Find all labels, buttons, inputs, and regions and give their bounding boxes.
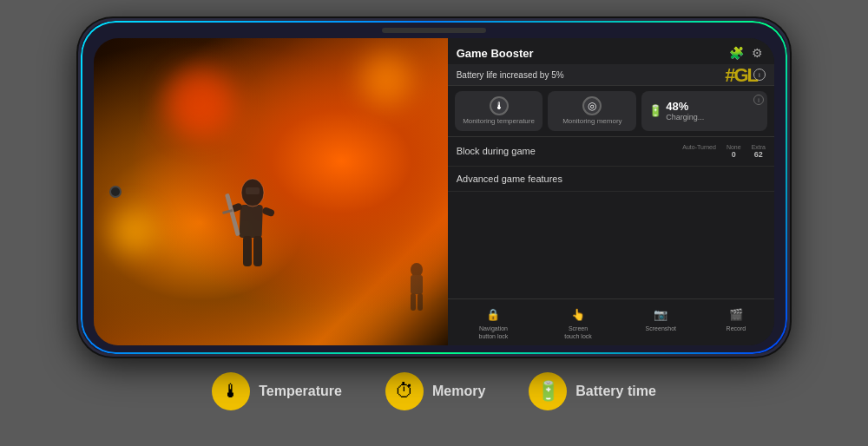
game-booster-panel: #GL Game Booster 🧩 ⚙ Battery life increa… — [448, 38, 774, 345]
touch-lock-btn[interactable]: 👆 Screen touch lock — [561, 305, 595, 340]
temperature-icon: 🌡 — [490, 96, 509, 115]
fire-effect-2 — [360, 54, 412, 106]
game-area — [94, 38, 448, 345]
temperature-feature-icon: 🌡 — [212, 372, 250, 410]
battery-life-text: Battery life increased by 5% — [457, 70, 564, 80]
feature-memory: ⏱ Memory — [385, 372, 485, 410]
svg-rect-13 — [418, 293, 423, 311]
svg-rect-1 — [246, 187, 260, 194]
record-icon: 🎬 — [727, 305, 746, 324]
screenshot-btn[interactable]: 📷 Screenshot — [646, 305, 676, 340]
adv-features-item[interactable]: Advanced game features — [448, 167, 774, 192]
score-col-1: Auto-Turned — [682, 144, 716, 159]
nav-lock-btn[interactable]: 🔒 Navigation button lock — [476, 305, 510, 340]
nav-lock-icon: 🔒 — [483, 305, 503, 324]
nav-lock-label: Navigation button lock — [476, 325, 510, 340]
soldier-2 — [404, 263, 430, 315]
touch-lock-label: Screen touch lock — [561, 325, 595, 340]
temperature-label: Monitoring temperature — [463, 117, 535, 126]
memory-icon: ◎ — [582, 96, 602, 115]
bottom-toolbar: 🔒 Navigation button lock 👆 Screen touch … — [448, 298, 774, 345]
svg-rect-7 — [243, 236, 252, 266]
screenshot-icon: 📷 — [651, 305, 670, 324]
block-during-game-item[interactable]: Block during game Auto-Turned None 0 Ext… — [448, 137, 774, 167]
battery-percent: 48% — [666, 100, 704, 113]
memory-label: Monitoring memory — [562, 117, 621, 126]
record-btn[interactable]: 🎬 Record — [727, 305, 746, 340]
phone-screen: #GL Game Booster 🧩 ⚙ Battery life increa… — [94, 38, 774, 345]
monitoring-memory-btn[interactable]: ◎ Monitoring memory — [548, 91, 636, 131]
svg-rect-8 — [253, 236, 262, 266]
touch-lock-icon: 👆 — [569, 305, 588, 324]
plugin-icon[interactable]: 🧩 — [729, 45, 745, 61]
header-icons: 🧩 ⚙ — [729, 45, 766, 61]
battery-content: 🔋 48% Charging... — [648, 100, 704, 121]
battery-status-info[interactable]: i — [753, 95, 764, 105]
battery-text-group: 48% Charging... — [666, 100, 704, 121]
phone-body: #GL Game Booster 🧩 ⚙ Battery life increa… — [78, 18, 790, 357]
spacer — [448, 192, 774, 299]
bottom-features: 🌡 Temperature ⏱ Memory 🔋 Battery time — [212, 372, 656, 410]
record-label: Record — [727, 325, 746, 332]
phone-top-bar — [382, 28, 486, 33]
booster-header: Game Booster 🧩 ⚙ — [448, 38, 774, 64]
battery-small-icon: 🔋 — [648, 104, 662, 117]
svg-rect-2 — [240, 205, 263, 238]
adv-features-label: Advanced game features — [457, 174, 562, 184]
memory-feature-label: Memory — [432, 384, 485, 399]
monitoring-temperature-btn[interactable]: 🌡 Monitoring temperature — [455, 91, 543, 131]
svg-rect-4 — [262, 207, 276, 217]
score-row: Auto-Turned None 0 Extra 62 — [682, 144, 766, 159]
feature-battery-time: 🔋 Battery time — [529, 372, 655, 410]
fire-effect-3 — [111, 210, 155, 253]
settings-icon[interactable]: ⚙ — [750, 45, 766, 61]
memory-feature-icon: ⏱ — [385, 372, 424, 410]
battery-status: i 🔋 48% Charging... — [641, 91, 767, 131]
fire-effect-1 — [165, 69, 234, 138]
score-col-3: Extra 62 — [752, 144, 766, 159]
monitoring-row: 🌡 Monitoring temperature ◎ Monitoring me… — [448, 86, 774, 137]
battery-time-feature-label: Battery time — [575, 384, 655, 399]
score-col-2: None 0 — [727, 144, 741, 159]
svg-point-10 — [411, 263, 423, 277]
screenshot-label: Screenshot — [646, 325, 676, 332]
battery-time-feature-icon: 🔋 — [529, 372, 567, 410]
game-background — [94, 38, 448, 345]
svg-rect-12 — [411, 293, 416, 311]
charging-text: Charging... — [666, 113, 704, 121]
corner-overlay: #GL — [725, 64, 757, 87]
feature-temperature: 🌡 Temperature — [212, 372, 342, 410]
temperature-feature-label: Temperature — [259, 384, 342, 399]
knight-svg — [222, 177, 283, 290]
block-game-label: Block during game — [457, 146, 536, 156]
booster-title: Game Booster — [457, 47, 534, 60]
selfie-camera — [109, 186, 122, 198]
svg-rect-5 — [225, 193, 240, 237]
phone-wrapper: #GL Game Booster 🧩 ⚙ Battery life increa… — [78, 18, 790, 357]
svg-rect-11 — [411, 275, 423, 294]
